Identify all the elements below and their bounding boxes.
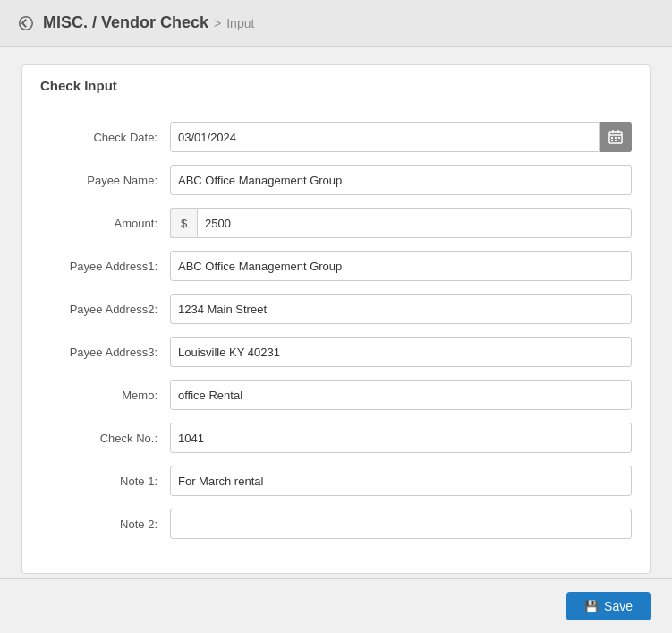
note2-input[interactable]: [170, 509, 632, 539]
header-separator: >: [214, 16, 221, 30]
payee-address1-input[interactable]: [170, 251, 632, 281]
memo-label: Memo:: [40, 389, 170, 402]
amount-row: Amount: $: [40, 208, 632, 238]
payee-address3-wrap: [170, 337, 632, 367]
note1-input[interactable]: [170, 466, 632, 496]
check-date-input[interactable]: [170, 122, 600, 152]
svg-rect-8: [615, 140, 617, 141]
note2-wrap: [170, 509, 632, 539]
main-content: Check Input Check Date:: [0, 47, 672, 578]
check-date-wrap: [170, 122, 632, 152]
save-icon: 💾: [584, 600, 599, 613]
payee-address1-label: Payee Address1:: [40, 260, 170, 273]
note2-row: Note 2:: [40, 509, 632, 539]
memo-wrap: [170, 380, 632, 410]
payee-name-wrap: [170, 165, 632, 195]
payee-address2-row: Payee Address2:: [40, 294, 632, 324]
header: MISC. / Vendor Check > Input: [0, 0, 672, 47]
note1-row: Note 1:: [40, 466, 632, 496]
payee-address3-input[interactable]: [170, 337, 632, 367]
amount-input[interactable]: [197, 208, 632, 238]
note2-label: Note 2:: [40, 518, 170, 531]
payee-address3-label: Payee Address3:: [40, 346, 170, 359]
check-no-wrap: [170, 423, 632, 453]
date-input-group: [170, 122, 632, 152]
header-title: MISC. / Vendor Check: [43, 13, 208, 32]
payee-address2-label: Payee Address2:: [40, 303, 170, 316]
amount-wrap: $: [170, 208, 632, 238]
check-input-card: Check Input Check Date:: [21, 64, 651, 574]
payee-address1-wrap: [170, 251, 632, 281]
payee-address2-wrap: [170, 294, 632, 324]
card-title: Check Input: [40, 78, 117, 93]
memo-input[interactable]: [170, 380, 632, 410]
header-subtitle: Input: [226, 16, 254, 30]
amount-prefix: $: [170, 208, 197, 238]
card-header: Check Input: [22, 65, 650, 107]
payee-name-row: Payee Name:: [40, 165, 632, 195]
payee-name-input[interactable]: [170, 165, 632, 195]
svg-rect-4: [611, 137, 613, 139]
save-label: Save: [604, 599, 633, 613]
page-container: MISC. / Vendor Check > Input Check Input…: [0, 0, 672, 633]
check-date-row: Check Date:: [40, 122, 632, 152]
payee-address2-input[interactable]: [170, 294, 632, 324]
note1-label: Note 1:: [40, 475, 170, 488]
calendar-button[interactable]: [600, 122, 632, 152]
payee-name-label: Payee Name:: [40, 174, 170, 187]
amount-label: Amount:: [40, 217, 170, 230]
note1-wrap: [170, 466, 632, 496]
svg-rect-6: [618, 137, 620, 139]
check-no-input[interactable]: [170, 423, 632, 453]
svg-rect-7: [611, 140, 613, 141]
svg-rect-5: [615, 137, 617, 139]
card-body: Check Date:: [22, 107, 650, 573]
payee-address1-row: Payee Address1:: [40, 251, 632, 281]
payee-address3-row: Payee Address3:: [40, 337, 632, 367]
check-no-row: Check No.:: [40, 423, 632, 453]
check-no-label: Check No.:: [40, 432, 170, 445]
memo-row: Memo:: [40, 380, 632, 410]
save-button[interactable]: 💾 Save: [566, 592, 651, 620]
back-icon[interactable]: [16, 13, 36, 33]
amount-input-group: $: [170, 208, 632, 238]
footer: 💾 Save: [0, 578, 672, 633]
check-date-label: Check Date:: [40, 131, 170, 144]
